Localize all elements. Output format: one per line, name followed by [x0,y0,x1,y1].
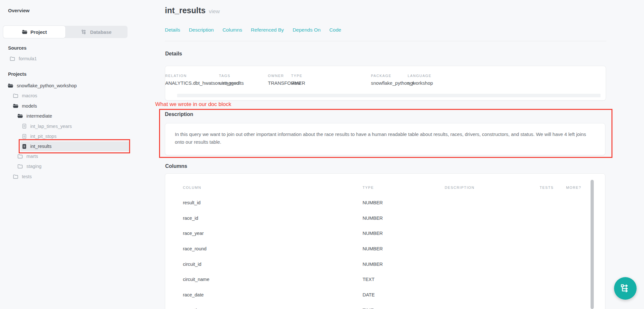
tree-item[interactable]: staging [17,161,129,172]
tree-item[interactable]: int_results [20,141,129,151]
folder-icon [17,154,23,159]
column-name-cell: race_year [183,231,363,236]
column-type-cell: NUMBER [363,246,445,251]
tree-item[interactable]: models [13,101,129,111]
tree-item-label: staging [26,164,42,169]
tree-item-label: int_results [30,144,52,149]
folder-icon [17,164,23,169]
folder-icon [10,56,15,61]
race_round[interactable]: race_round NUMBER [165,241,605,256]
tab-database-label: Database [90,29,112,35]
race_year[interactable]: race_year NUMBER [165,226,605,241]
folder-open-icon [17,113,23,119]
tree-item[interactable]: int_pit_stops [22,131,129,142]
column-name-cell: result_id [183,200,363,205]
tree-item-label: formula1 [19,56,37,61]
tree-item[interactable]: tests [13,171,129,182]
column-type-cell: NUMBER [363,231,445,236]
circuit_name[interactable]: circuit_name TEXT [165,272,605,287]
nav-tab[interactable]: Details [165,27,180,33]
column-header-description: DESCRIPTION [445,186,540,189]
folder-open-icon [13,103,18,109]
tree-item[interactable]: intermediate [17,111,129,121]
description-card: In this query we want to join out other … [165,123,605,155]
columns-heading: Columns [165,163,187,169]
tree-item-label: marts [26,154,38,159]
details-footer-strip [177,94,601,97]
tab-project[interactable]: Project [3,26,65,38]
nav-tab[interactable]: Referenced By [251,27,284,33]
tree-item-label: int_pit_stops [30,134,56,139]
column-type-cell: TIME [363,308,445,309]
detail-field-label: TYPE [291,74,302,78]
tree-item-label: intermediate [26,113,52,119]
detail-field-label: PACKAGE [371,74,392,78]
detail-field-label: RELATION [165,74,187,78]
tab-database[interactable]: Database [65,26,128,38]
race_date[interactable]: race_date DATE [165,287,605,303]
circuit_id[interactable]: circuit_id NUMBER [165,256,605,272]
projects-heading: Projects [8,72,26,77]
column-name-cell: race_date [183,292,363,297]
column-name-cell: race_round [183,246,363,251]
column-name-cell: race_time [183,308,363,309]
tree-item-label: tests [22,174,32,179]
column-name-cell: circuit_id [183,262,363,267]
tab-project-label: Project [31,29,47,35]
column-header-type: TYPE [363,186,445,189]
nav-tab[interactable]: Depends On [293,27,321,33]
column-header-more: MORE? [566,186,605,189]
column-type-cell: DATE [363,292,445,297]
detail-field-value: ANALYTICS.dbt_hwatson.int_results [165,80,244,86]
folder-open-icon [8,83,13,88]
details-heading: Details [165,51,182,57]
nav-tab[interactable]: Columns [223,27,242,33]
column-name-cell: race_id [183,216,363,221]
column-type-cell: TEXT [363,277,445,282]
description-heading: Description [165,111,193,117]
folder-icon [22,30,27,34]
folder-icon [13,174,18,179]
tree-item[interactable]: marts [17,151,129,161]
sources-tree: formula1 [0,53,129,64]
tree-item[interactable]: int_lap_times_years [22,121,129,131]
project-tree: snowflake_python_workshop macros [0,81,129,182]
column-header-column: COLUMN [183,186,363,189]
nav-tab[interactable]: Description [189,27,214,33]
lineage-graph-icon [620,284,630,293]
result_id[interactable]: result_id NUMBER [165,195,605,210]
database-tree-icon [81,29,87,35]
file-icon [22,134,27,139]
nav-tab[interactable]: Code [329,27,341,33]
file-icon [22,123,27,129]
description-text: In this query we want to join out other … [175,130,595,146]
annotation-note: What we wrote in our doc block [155,101,231,108]
race_time[interactable]: race_time TIME [165,303,605,309]
tree-item[interactable]: formula1 [10,53,129,64]
detail-field-value: sql [408,80,414,86]
file-icon [22,144,27,149]
column-type-cell: NUMBER [363,262,445,267]
column-header-tests: TESTS [540,186,566,189]
detail-field-label: TAGS [219,74,231,78]
columns-scrollbar[interactable] [591,180,594,309]
tree-item[interactable]: snowflake_python_workshop [8,81,129,91]
race_id[interactable]: race_id NUMBER [165,210,605,226]
section-nav: DetailsDescriptionColumnsReferenced ByDe… [165,27,341,33]
annotation-rectangle: Description In this query we want to joi… [159,109,612,158]
model-name: int_results [165,6,205,15]
tree-item-label: models [22,103,37,109]
overview-heading[interactable]: Overview [8,8,30,13]
view-toggle: Project Database [3,26,128,38]
detail-field-value: view [291,80,301,86]
header-divider [165,41,606,41]
column-type-cell: NUMBER [363,216,445,221]
tree-item-label: int_lap_times_years [30,124,72,129]
tree-item[interactable]: macros [13,91,129,101]
folder-icon [13,93,18,98]
column-name-cell: circuit_name [183,277,363,282]
tree-item-label: snowflake_python_workshop [17,83,77,88]
columns-table-body: result_id NUMBER race_id NUMBER [165,195,605,309]
lineage-graph-button[interactable] [614,277,637,300]
details-card: TAGS untagged OWNER TRANSFORMER TYPE vie… [165,66,606,101]
